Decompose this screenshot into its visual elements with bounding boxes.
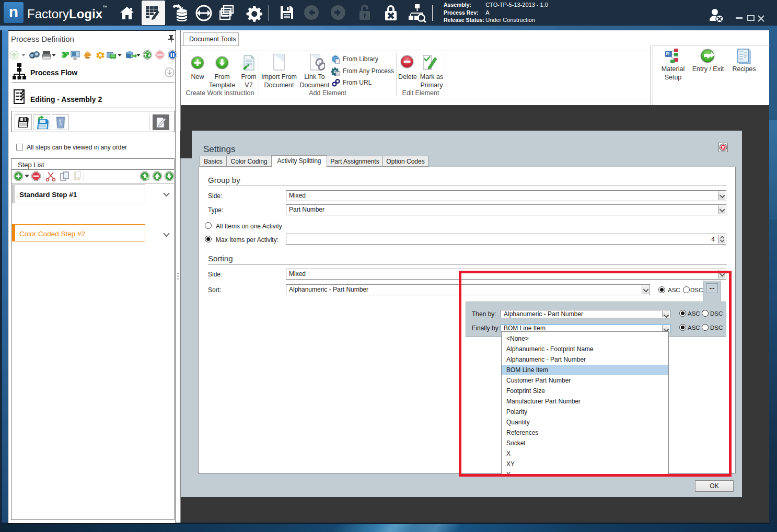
svg-text:M: M [667,53,668,55]
